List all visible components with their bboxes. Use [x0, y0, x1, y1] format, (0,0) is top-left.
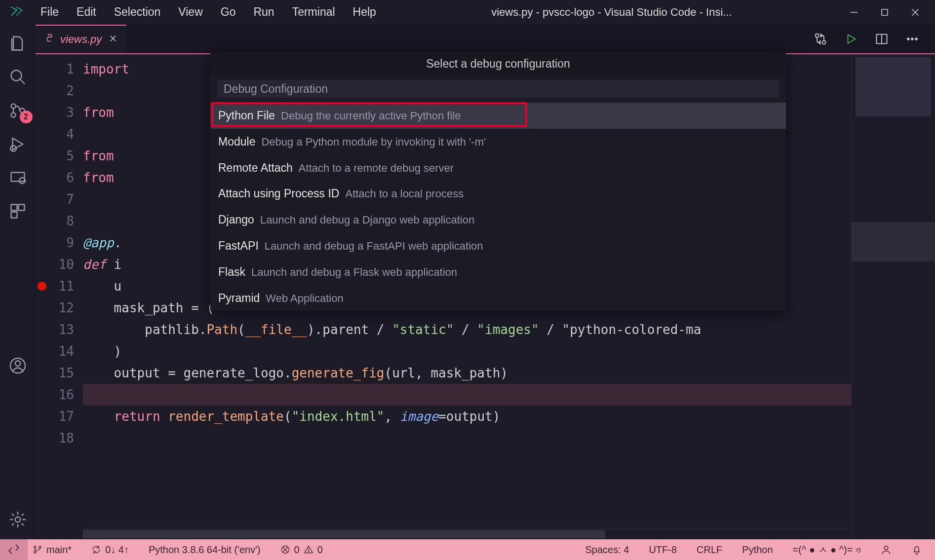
title-bar: File Edit Selection View Go Run Terminal…: [0, 0, 935, 25]
picker-list: Python File Debug the currently active P…: [210, 103, 786, 311]
error-count: 0: [294, 544, 300, 556]
svg-point-22: [822, 41, 826, 44]
picker-item[interactable]: Flask Launch and debug a Flask web appli…: [210, 259, 786, 285]
svg-rect-1: [882, 9, 888, 15]
menu-file[interactable]: File: [33, 2, 67, 22]
window-controls: [839, 1, 930, 23]
activity-bar: 2: [0, 25, 36, 539]
tab-views-py[interactable]: views.py: [36, 25, 126, 53]
editor-area: views.py 123456789101112131415161718 imp…: [36, 25, 935, 539]
picker-item[interactable]: FastAPI Launch and debug a FastAPI web a…: [210, 233, 786, 259]
picker-item[interactable]: Pyramid Web Application: [210, 285, 786, 311]
menu-go[interactable]: Go: [213, 2, 244, 22]
close-button[interactable]: [900, 1, 930, 23]
status-problems[interactable]: 0 0: [275, 544, 328, 556]
branch-name: main*: [46, 544, 72, 556]
svg-point-36: [884, 546, 888, 550]
remote-explorer-icon[interactable]: [8, 168, 28, 187]
picker-input-wrap: Debug Configuration: [210, 75, 786, 103]
status-eol[interactable]: CRLF: [692, 544, 727, 556]
source-control-icon[interactable]: 2: [8, 101, 28, 120]
status-bell-icon[interactable]: [906, 544, 927, 555]
svg-point-21: [816, 34, 819, 37]
svg-rect-13: [18, 205, 24, 211]
scrollbar-thumb[interactable]: [83, 530, 605, 538]
maximize-button[interactable]: [870, 1, 899, 23]
minimize-button[interactable]: [839, 1, 869, 23]
menu-selection[interactable]: Selection: [106, 2, 169, 22]
minimap-content: [856, 57, 931, 116]
svg-rect-12: [11, 205, 17, 211]
scm-badge: 2: [20, 111, 33, 123]
editor-actions: [813, 31, 935, 47]
status-face[interactable]: =(^ ● ㅅ ● ^)= ও: [788, 543, 866, 557]
picker-item[interactable]: Attach using Process ID Attach to a loca…: [210, 181, 786, 207]
svg-point-25: [907, 38, 909, 40]
remote-indicator[interactable]: [0, 539, 28, 560]
warning-count: 0: [317, 544, 323, 556]
status-encoding[interactable]: UTF-8: [644, 544, 682, 556]
settings-gear-icon[interactable]: [8, 510, 28, 529]
svg-point-26: [911, 38, 913, 40]
breakpoint-icon[interactable]: [38, 282, 46, 291]
svg-rect-10: [11, 173, 24, 182]
svg-point-16: [15, 361, 20, 366]
svg-point-17: [15, 517, 20, 523]
picker-item[interactable]: Remote Attach Attach to a remote debug s…: [210, 155, 786, 181]
status-language[interactable]: Python: [737, 544, 778, 556]
sync-counts: 0↓ 4↑: [105, 544, 129, 556]
more-actions-icon[interactable]: [904, 31, 920, 47]
picker-item[interactable]: Module Debug a Python module by invoking…: [210, 129, 786, 155]
status-bar: main* 0↓ 4↑ Python 3.8.6 64-bit ('env') …: [0, 539, 935, 560]
status-feedback-icon[interactable]: [876, 544, 896, 555]
svg-point-18: [48, 35, 49, 36]
debug-config-picker: Select a debug configuration Debug Confi…: [210, 52, 786, 311]
status-spaces[interactable]: Spaces: 4: [580, 544, 634, 556]
window-title: views.py - pvscc-logo - Visual Studio Co…: [384, 6, 839, 19]
account-icon[interactable]: [8, 356, 28, 375]
split-editor-icon[interactable]: [874, 31, 890, 47]
status-branch[interactable]: main*: [28, 544, 77, 556]
python-file-icon: [44, 33, 55, 46]
svg-point-7: [11, 113, 15, 117]
main-layout: 2 views.py: [0, 25, 935, 539]
menu-edit[interactable]: Edit: [69, 2, 104, 22]
picker-input[interactable]: Debug Configuration: [217, 80, 779, 98]
explorer-icon[interactable]: [8, 34, 28, 53]
breakpoint-gutter[interactable]: [36, 54, 48, 539]
menu-bar: File Edit Selection View Go Run Terminal…: [33, 2, 384, 22]
extensions-icon[interactable]: [8, 201, 28, 221]
svg-point-27: [915, 38, 917, 40]
picker-title: Select a debug configuration: [210, 52, 786, 75]
search-icon[interactable]: [8, 67, 28, 87]
tab-label: views.py: [60, 33, 102, 46]
status-python[interactable]: Python 3.8.6 64-bit ('env'): [144, 544, 266, 556]
minimap-viewport[interactable]: [852, 222, 935, 261]
minimap[interactable]: [851, 54, 935, 539]
tab-close-icon[interactable]: [107, 34, 119, 45]
vscode-logo-icon: [10, 5, 24, 19]
line-numbers: 123456789101112131415161718: [48, 54, 83, 539]
git-compare-icon[interactable]: [813, 31, 828, 47]
picker-item[interactable]: Python File Debug the currently active P…: [210, 103, 786, 129]
picker-item[interactable]: Django Launch and debug a Django web app…: [210, 207, 786, 233]
svg-line-5: [20, 79, 24, 84]
menu-help[interactable]: Help: [345, 2, 384, 22]
run-debug-icon[interactable]: [8, 134, 28, 154]
editor-tabs: views.py: [36, 25, 935, 54]
svg-point-35: [308, 552, 309, 552]
svg-point-6: [11, 104, 15, 109]
play-icon[interactable]: [843, 31, 859, 47]
status-sync[interactable]: 0↓ 4↑: [86, 544, 134, 556]
menu-run[interactable]: Run: [245, 2, 282, 22]
svg-rect-14: [11, 212, 17, 218]
menu-terminal[interactable]: Terminal: [284, 2, 343, 22]
horizontal-scrollbar[interactable]: [83, 528, 851, 539]
menu-view[interactable]: View: [170, 2, 210, 22]
